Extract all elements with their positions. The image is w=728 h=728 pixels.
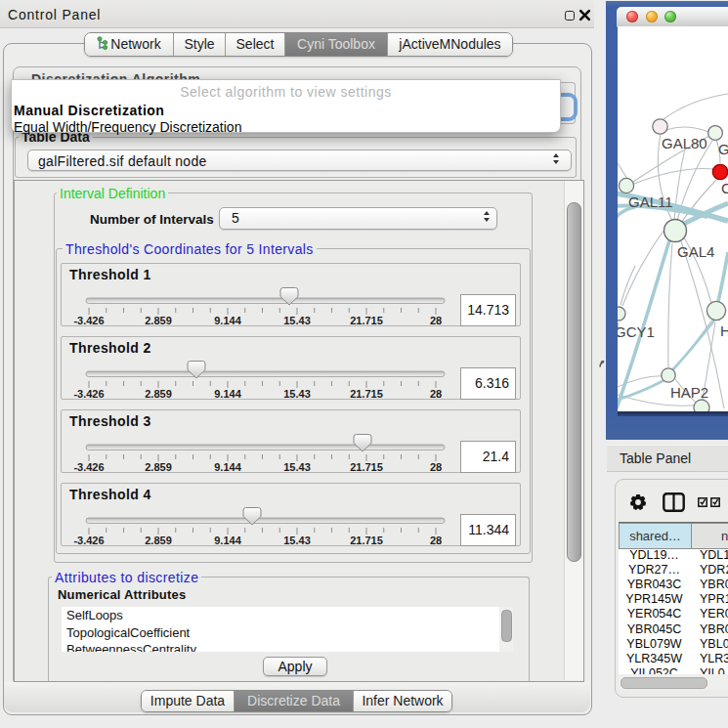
svg-text:C: C — [721, 180, 728, 196]
svg-text:GA: GA — [718, 141, 728, 157]
svg-text:-3.426: -3.426 — [73, 315, 104, 326]
svg-text:21.715: 21.715 — [350, 388, 383, 400]
svg-text:9.144: 9.144 — [214, 315, 241, 326]
svg-text:GAL4: GAL4 — [677, 243, 714, 260]
svg-text:15.43: 15.43 — [283, 315, 311, 326]
svg-text:GAL80: GAL80 — [662, 135, 707, 151]
svg-text:28: 28 — [430, 535, 442, 546]
svg-text:15.43: 15.43 — [283, 535, 311, 546]
svg-text:2.859: 2.859 — [145, 461, 172, 473]
svg-text:GCY1: GCY1 — [618, 323, 655, 340]
svg-text:15.43: 15.43 — [283, 388, 311, 400]
svg-text:HAP2: HAP2 — [670, 384, 708, 401]
svg-text:9.144: 9.144 — [214, 461, 241, 473]
svg-text:-3.426: -3.426 — [73, 461, 104, 473]
svg-text:28: 28 — [430, 315, 442, 326]
svg-text:9.144: 9.144 — [214, 535, 241, 546]
svg-text:21.715: 21.715 — [350, 461, 383, 473]
svg-text:GAL11: GAL11 — [628, 193, 673, 210]
svg-text:H: H — [720, 322, 728, 339]
svg-text:9.144: 9.144 — [214, 388, 241, 400]
svg-text:21.715: 21.715 — [350, 535, 383, 546]
svg-text:-3.426: -3.426 — [73, 535, 104, 546]
svg-text:21.715: 21.715 — [350, 315, 383, 326]
svg-text:28: 28 — [430, 461, 442, 473]
svg-text:2.859: 2.859 — [145, 535, 172, 546]
svg-text:-3.426: -3.426 — [73, 388, 104, 400]
svg-text:28: 28 — [430, 388, 442, 400]
svg-text:2.859: 2.859 — [145, 388, 172, 400]
svg-text:2.859: 2.859 — [145, 315, 172, 326]
svg-text:15.43: 15.43 — [283, 461, 311, 473]
